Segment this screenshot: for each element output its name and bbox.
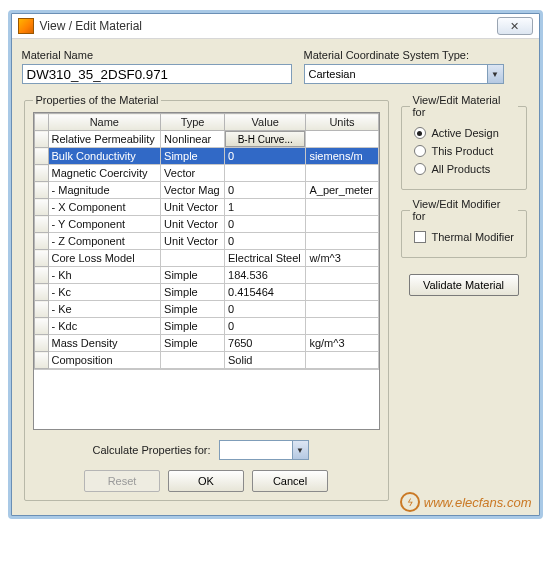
cell-name[interactable]: - Ke (48, 301, 161, 318)
col-type[interactable]: Type (161, 114, 225, 131)
cell-name[interactable]: - Kh (48, 267, 161, 284)
radio-this-product[interactable]: This Product (414, 145, 518, 157)
cell-name[interactable]: - Kc (48, 284, 161, 301)
cell-value[interactable]: 0 (225, 216, 306, 233)
cell-units[interactable] (306, 267, 378, 284)
cell-type[interactable]: Simple (161, 267, 225, 284)
cell-units[interactable] (306, 199, 378, 216)
radio-all-products[interactable]: All Products (414, 163, 518, 175)
cell-name[interactable]: Relative Permeability (48, 131, 161, 148)
radio-active-design[interactable]: Active Design (414, 127, 518, 139)
ok-button[interactable]: OK (168, 470, 244, 492)
table-row[interactable]: - Y ComponentUnit Vector0 (34, 216, 378, 233)
cell-units[interactable]: w/m^3 (306, 250, 378, 267)
table-row[interactable]: CompositionSolid (34, 352, 378, 369)
view-material-group: View/Edit Material for Active Design Thi… (401, 94, 527, 190)
validate-material-button[interactable]: Validate Material (409, 274, 519, 296)
cell-type[interactable]: Unit Vector (161, 233, 225, 250)
cell-type[interactable]: Simple (161, 301, 225, 318)
table-row[interactable]: - X ComponentUnit Vector1 (34, 199, 378, 216)
cell-type[interactable]: Simple (161, 148, 225, 165)
cell-name[interactable]: Magnetic Coercivity (48, 165, 161, 182)
table-row[interactable]: - MagnitudeVector Mag0A_per_meter (34, 182, 378, 199)
titlebar: View / Edit Material ✕ (12, 14, 539, 39)
row-header (34, 352, 48, 369)
cell-units[interactable]: A_per_meter (306, 182, 378, 199)
table-row[interactable]: Relative PermeabilityNonlinearB-H Curve.… (34, 131, 378, 148)
cell-type[interactable]: Vector Mag (161, 182, 225, 199)
cell-type[interactable]: Vector (161, 165, 225, 182)
cell-units[interactable] (306, 284, 378, 301)
cell-units[interactable]: siemens/m (306, 148, 378, 165)
cell-type[interactable] (161, 352, 225, 369)
cell-units[interactable] (306, 352, 378, 369)
row-header (34, 216, 48, 233)
reset-button[interactable]: Reset (84, 470, 160, 492)
check-thermal-modifier[interactable]: Thermal Modifier (414, 231, 518, 243)
table-row[interactable]: Bulk ConductivitySimple0siemens/m (34, 148, 378, 165)
table-row[interactable]: - KcSimple0.415464 (34, 284, 378, 301)
cell-name[interactable]: - Z Component (48, 233, 161, 250)
col-name[interactable]: Name (48, 114, 161, 131)
cell-units[interactable] (306, 301, 378, 318)
close-icon: ✕ (510, 20, 519, 33)
cell-name[interactable]: Bulk Conductivity (48, 148, 161, 165)
cell-type[interactable]: Unit Vector (161, 199, 225, 216)
properties-group: Properties of the Material Name Type Val… (24, 94, 389, 501)
cell-name[interactable]: - Kdc (48, 318, 161, 335)
cell-name[interactable]: Core Loss Model (48, 250, 161, 267)
table-row[interactable]: Core Loss ModelElectrical Steelw/m^3 (34, 250, 378, 267)
table-row[interactable]: - KdcSimple0 (34, 318, 378, 335)
cell-name[interactable]: Mass Density (48, 335, 161, 352)
cell-type[interactable]: Nonlinear (161, 131, 225, 148)
cell-units[interactable] (306, 131, 378, 148)
cell-value[interactable]: Electrical Steel (225, 250, 306, 267)
cell-name[interactable]: - X Component (48, 199, 161, 216)
properties-table[interactable]: Name Type Value Units Relative Permeabil… (34, 113, 379, 369)
table-row[interactable]: - Z ComponentUnit Vector0 (34, 233, 378, 250)
cell-value[interactable]: 0 (225, 148, 306, 165)
cell-value[interactable]: 0 (225, 233, 306, 250)
coord-type-select[interactable]: Cartesian ▼ (304, 64, 504, 84)
cell-value[interactable]: 1 (225, 199, 306, 216)
cell-units[interactable] (306, 233, 378, 250)
cell-name[interactable]: - Y Component (48, 216, 161, 233)
cell-type[interactable] (161, 250, 225, 267)
cell-units[interactable]: kg/m^3 (306, 335, 378, 352)
cell-units[interactable] (306, 165, 378, 182)
table-row[interactable]: Magnetic CoercivityVector (34, 165, 378, 182)
cell-value[interactable]: 7650 (225, 335, 306, 352)
watermark: ϟ www.elecfans.com (400, 492, 532, 512)
material-name-label: Material Name (22, 49, 292, 61)
cell-value[interactable]: 184.536 (225, 267, 306, 284)
cell-name[interactable]: - Magnitude (48, 182, 161, 199)
table-row[interactable]: - KhSimple184.536 (34, 267, 378, 284)
cell-name[interactable]: Composition (48, 352, 161, 369)
cell-value[interactable]: 0 (225, 182, 306, 199)
checkbox-icon (414, 231, 426, 243)
cell-type[interactable]: Simple (161, 284, 225, 301)
cell-value[interactable] (225, 165, 306, 182)
cell-value[interactable]: Solid (225, 352, 306, 369)
table-row[interactable]: - KeSimple0 (34, 301, 378, 318)
cell-type[interactable]: Simple (161, 335, 225, 352)
cell-type[interactable]: Simple (161, 318, 225, 335)
cell-value[interactable]: 0 (225, 301, 306, 318)
cell-type[interactable]: Unit Vector (161, 216, 225, 233)
cancel-button[interactable]: Cancel (252, 470, 328, 492)
coord-type-value: Cartesian (305, 68, 487, 80)
bh-curve-button[interactable]: B-H Curve... (225, 131, 305, 147)
table-row[interactable]: Mass DensitySimple7650kg/m^3 (34, 335, 378, 352)
material-name-input[interactable] (22, 64, 292, 84)
col-units[interactable]: Units (306, 114, 378, 131)
col-value[interactable]: Value (225, 114, 306, 131)
cell-units[interactable] (306, 216, 378, 233)
cell-value[interactable]: B-H Curve... (225, 131, 306, 148)
close-button[interactable]: ✕ (497, 17, 533, 35)
calc-props-select[interactable]: ▼ (219, 440, 309, 460)
radio-label: This Product (432, 145, 494, 157)
row-header (34, 250, 48, 267)
cell-units[interactable] (306, 318, 378, 335)
cell-value[interactable]: 0 (225, 318, 306, 335)
cell-value[interactable]: 0.415464 (225, 284, 306, 301)
